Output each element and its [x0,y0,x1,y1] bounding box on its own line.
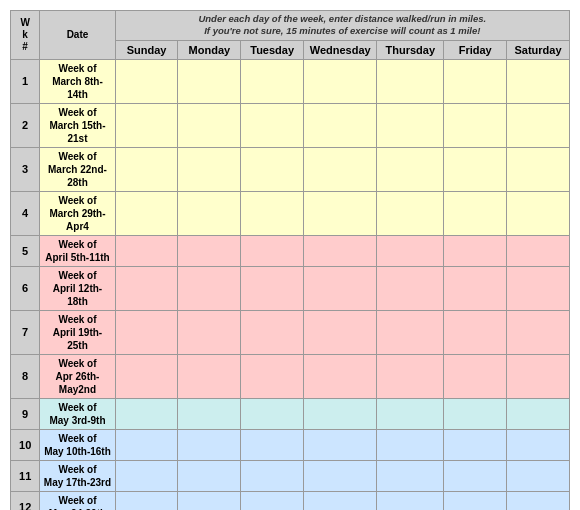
exercise-cell-week9-day3[interactable] [304,398,377,429]
exercise-cell-week6-day0[interactable] [115,266,178,310]
exercise-cell-week8-day5[interactable] [444,354,507,398]
exercise-cell-week3-day2[interactable] [241,147,304,191]
week-number-2: 2 [11,103,40,147]
week-row-4: 4Week ofMarch 29th-Apr4 [11,191,570,235]
exercise-cell-week6-day3[interactable] [304,266,377,310]
exercise-cell-week2-day5[interactable] [444,103,507,147]
exercise-cell-week10-day5[interactable] [444,429,507,460]
exercise-cell-week4-day5[interactable] [444,191,507,235]
exercise-cell-week3-day1[interactable] [178,147,241,191]
week-number-11: 11 [11,460,40,491]
exercise-cell-week6-day2[interactable] [241,266,304,310]
exercise-cell-week9-day0[interactable] [115,398,178,429]
exercise-cell-week8-day4[interactable] [377,354,444,398]
exercise-cell-week9-day1[interactable] [178,398,241,429]
date-cell-9: Week ofMay 3rd-9th [40,398,115,429]
exercise-cell-week10-day2[interactable] [241,429,304,460]
exercise-cell-week8-day0[interactable] [115,354,178,398]
date-cell-7: Week ofApril 19th-25th [40,310,115,354]
exercise-cell-week1-day3[interactable] [304,59,377,103]
exercise-cell-week6-day4[interactable] [377,266,444,310]
exercise-cell-week6-day5[interactable] [444,266,507,310]
week-row-2: 2Week ofMarch 15th-21st [11,103,570,147]
week-number-10: 10 [11,429,40,460]
exercise-cell-week5-day3[interactable] [304,235,377,266]
exercise-cell-week3-day0[interactable] [115,147,178,191]
exercise-cell-week6-day6[interactable] [507,266,570,310]
exercise-cell-week8-day6[interactable] [507,354,570,398]
day-header-friday: Friday [444,40,507,59]
exercise-cell-week5-day4[interactable] [377,235,444,266]
exercise-cell-week11-day5[interactable] [444,460,507,491]
exercise-cell-week11-day0[interactable] [115,460,178,491]
exercise-cell-week10-day0[interactable] [115,429,178,460]
exercise-cell-week11-day3[interactable] [304,460,377,491]
exercise-cell-week2-day1[interactable] [178,103,241,147]
exercise-cell-week4-day1[interactable] [178,191,241,235]
exercise-cell-week12-day2[interactable] [241,491,304,510]
exercise-cell-week10-day4[interactable] [377,429,444,460]
exercise-cell-week8-day3[interactable] [304,354,377,398]
exercise-cell-week10-day3[interactable] [304,429,377,460]
week-row-3: 3Week ofMarch 22nd-28th [11,147,570,191]
exercise-cell-week12-day5[interactable] [444,491,507,510]
exercise-cell-week9-day2[interactable] [241,398,304,429]
exercise-cell-week12-day3[interactable] [304,491,377,510]
date-header: Date [40,11,115,60]
week-number-12: 12 [11,491,40,510]
exercise-cell-week1-day2[interactable] [241,59,304,103]
exercise-cell-week8-day2[interactable] [241,354,304,398]
exercise-cell-week1-day1[interactable] [178,59,241,103]
exercise-cell-week7-day3[interactable] [304,310,377,354]
exercise-cell-week9-day5[interactable] [444,398,507,429]
exercise-cell-week3-day3[interactable] [304,147,377,191]
exercise-cell-week11-day4[interactable] [377,460,444,491]
exercise-cell-week7-day4[interactable] [377,310,444,354]
exercise-cell-week1-day6[interactable] [507,59,570,103]
exercise-cell-week10-day1[interactable] [178,429,241,460]
exercise-cell-week11-day2[interactable] [241,460,304,491]
exercise-cell-week7-day6[interactable] [507,310,570,354]
exercise-cell-week1-day0[interactable] [115,59,178,103]
exercise-cell-week11-day1[interactable] [178,460,241,491]
exercise-cell-week12-day1[interactable] [178,491,241,510]
exercise-cell-week2-day3[interactable] [304,103,377,147]
exercise-cell-week7-day2[interactable] [241,310,304,354]
exercise-cell-week4-day0[interactable] [115,191,178,235]
exercise-cell-week7-day5[interactable] [444,310,507,354]
exercise-cell-week2-day2[interactable] [241,103,304,147]
exercise-cell-week9-day6[interactable] [507,398,570,429]
exercise-cell-week9-day4[interactable] [377,398,444,429]
exercise-cell-week4-day6[interactable] [507,191,570,235]
exercise-cell-week4-day3[interactable] [304,191,377,235]
exercise-cell-week2-day0[interactable] [115,103,178,147]
exercise-cell-week10-day6[interactable] [507,429,570,460]
exercise-cell-week7-day0[interactable] [115,310,178,354]
exercise-cell-week3-day4[interactable] [377,147,444,191]
exercise-cell-week5-day5[interactable] [444,235,507,266]
exercise-cell-week2-day6[interactable] [507,103,570,147]
exercise-cell-week3-day6[interactable] [507,147,570,191]
exercise-cell-week4-day4[interactable] [377,191,444,235]
exercise-cell-week12-day4[interactable] [377,491,444,510]
exercise-cell-week4-day2[interactable] [241,191,304,235]
exercise-cell-week12-day0[interactable] [115,491,178,510]
exercise-cell-week8-day1[interactable] [178,354,241,398]
date-cell-12: Week ofMay 24-30th [40,491,115,510]
exercise-cell-week3-day5[interactable] [444,147,507,191]
date-cell-10: Week ofMay 10th-16th [40,429,115,460]
exercise-cell-week12-day6[interactable] [507,491,570,510]
exercise-cell-week1-day5[interactable] [444,59,507,103]
exercise-cell-week11-day6[interactable] [507,460,570,491]
exercise-cell-week7-day1[interactable] [178,310,241,354]
exercise-cell-week6-day1[interactable] [178,266,241,310]
exercise-cell-week5-day0[interactable] [115,235,178,266]
instruction-header: Under each day of the week, enter distan… [115,11,569,41]
exercise-cell-week5-day2[interactable] [241,235,304,266]
exercise-cell-week5-day6[interactable] [507,235,570,266]
exercise-cell-week1-day4[interactable] [377,59,444,103]
exercise-cell-week5-day1[interactable] [178,235,241,266]
instruction-line1: Under each day of the week, enter distan… [198,13,486,24]
exercise-cell-week2-day4[interactable] [377,103,444,147]
date-cell-11: Week ofMay 17th-23rd [40,460,115,491]
